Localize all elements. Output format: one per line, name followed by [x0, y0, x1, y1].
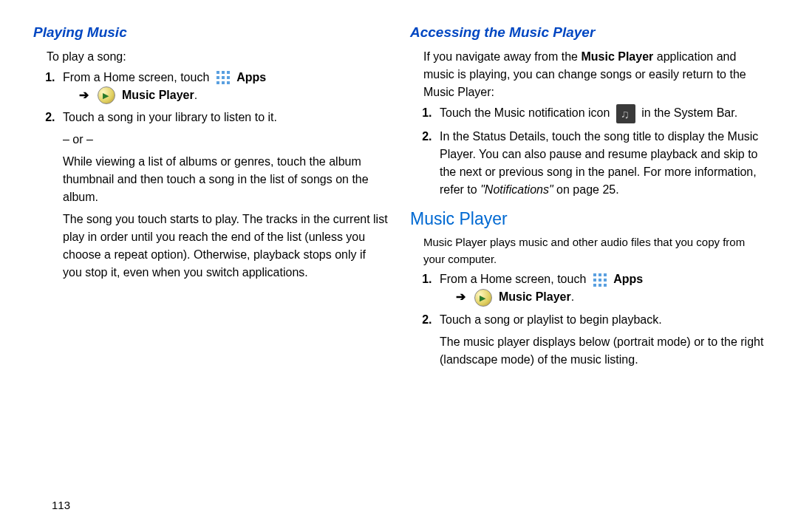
r1-step2-b: on page 25. [553, 183, 619, 196]
r1-step-1: Touch the Music notification icon in the… [435, 104, 765, 123]
r1-step2-ref: "Notifications" [480, 183, 553, 196]
apps-label: Apps [613, 273, 643, 285]
right-steps-1: Touch the Music notification icon in the… [435, 104, 765, 199]
heading-playing-music: Playing Music [33, 22, 388, 44]
arrow-icon: ➔ [79, 86, 89, 104]
step2-text-c: The song you touch starts to play. The t… [63, 211, 388, 282]
r1-step1-b: in the System Bar. [641, 106, 737, 119]
svg-rect-5 [227, 76, 230, 79]
step1-text-a: From a Home screen, touch [63, 71, 213, 83]
step2-text-b: While viewing a list of albums or genres… [63, 153, 388, 206]
apps-grid-icon [593, 273, 607, 287]
svg-rect-2 [227, 71, 230, 74]
left-column: Playing Music To play a song: From a Hom… [33, 22, 388, 517]
r2-note: The music player displays below (portrai… [440, 333, 765, 369]
r1-step1-a: Touch the Music notification icon [440, 106, 613, 119]
svg-rect-7 [222, 81, 225, 84]
svg-rect-0 [216, 71, 219, 74]
heading-accessing: Accessing the Music Player [410, 22, 765, 44]
right-intro-2: Music Player plays music and other audio… [423, 234, 765, 267]
or-divider: – or – [63, 131, 388, 149]
svg-rect-17 [604, 284, 607, 287]
music-player-label: Music Player [499, 290, 571, 303]
left-step-2: Touch a song in your library to listen t… [58, 109, 388, 282]
music-player-icon [474, 289, 492, 307]
page-number: 113 [52, 499, 70, 511]
music-player-icon [98, 86, 115, 104]
left-step-1: From a Home screen, touch Apps ➔ Music P… [58, 69, 388, 105]
music-notification-icon [616, 104, 635, 123]
r2-step-1: From a Home screen, touch Apps ➔ Music P… [435, 270, 765, 307]
svg-rect-16 [598, 284, 601, 287]
svg-rect-15 [593, 284, 596, 287]
arrow-icon: ➔ [456, 288, 466, 306]
svg-rect-8 [227, 81, 230, 84]
right-intro-1: If you navigate away from the Music Play… [423, 48, 765, 101]
svg-rect-1 [222, 71, 225, 74]
svg-rect-11 [604, 273, 607, 276]
r1-step-2: In the Status Details, touch the song ti… [435, 128, 765, 199]
intro-text: To play a song: [47, 48, 388, 66]
r2-step-2: Touch a song or playlist to begin playba… [435, 311, 765, 369]
svg-rect-13 [598, 279, 601, 282]
svg-rect-6 [216, 81, 219, 84]
step2-text-a: Touch a song in your library to listen t… [63, 111, 277, 123]
intro1-a: If you navigate away from the [423, 50, 581, 63]
period: . [194, 89, 197, 101]
r2-step1-a: From a Home screen, touch [440, 273, 590, 285]
right-steps-2: From a Home screen, touch Apps ➔ Music P… [435, 270, 765, 369]
r2-step2-text: Touch a song or playlist to begin playba… [440, 313, 662, 326]
svg-rect-12 [593, 279, 596, 282]
svg-rect-4 [222, 76, 225, 79]
left-steps: From a Home screen, touch Apps ➔ Music P… [58, 69, 388, 282]
right-column: Accessing the Music Player If you naviga… [410, 22, 765, 517]
svg-rect-3 [216, 76, 219, 79]
apps-grid-icon [216, 70, 231, 85]
manual-page: Playing Music To play a song: From a Hom… [0, 0, 798, 532]
music-player-label: Music Player [122, 89, 194, 101]
intro1-bold: Music Player [581, 50, 653, 63]
apps-label: Apps [236, 71, 266, 83]
heading-music-player: Music Player [410, 206, 765, 232]
svg-rect-14 [604, 279, 607, 282]
period: . [571, 290, 574, 303]
svg-rect-9 [593, 273, 596, 276]
svg-rect-10 [598, 273, 601, 276]
